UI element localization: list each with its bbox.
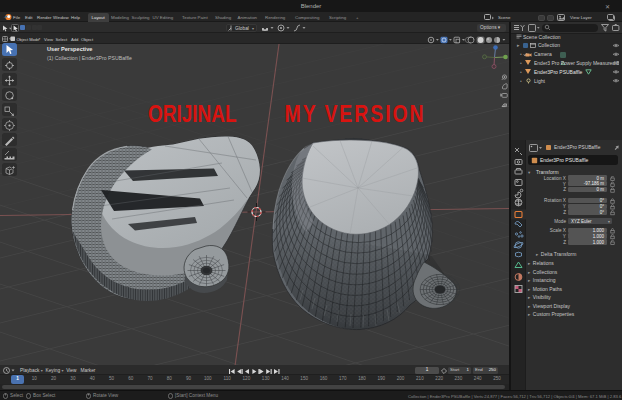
svg-text:MY VERSION: MY VERSION [285,99,426,127]
svg-text:ORIJINAL: ORIJINAL [148,99,237,127]
